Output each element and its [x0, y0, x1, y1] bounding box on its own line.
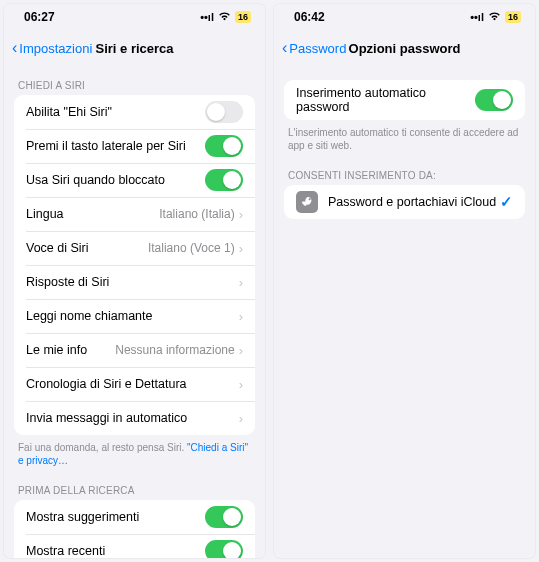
back-button[interactable]: ‹ Impostazioni: [12, 40, 92, 56]
chevron-right-icon: ›: [239, 207, 243, 222]
row-ask-5[interactable]: Risposte di Siri›: [14, 265, 255, 299]
toggle[interactable]: [205, 135, 243, 157]
row-autofill-toggle[interactable]: Inserimento automatico password: [284, 80, 525, 120]
wifi-icon: [488, 11, 501, 23]
toggle[interactable]: [205, 101, 243, 123]
row-value: Italiano (Voce 1): [148, 241, 235, 255]
section-header-before-search: PRIMA DELLA RICERCA: [4, 471, 265, 500]
row-label: Premi il tasto laterale per Siri: [26, 139, 205, 153]
row-label: Password e portachiavi iCloud: [328, 195, 500, 209]
row-value: Nessuna informazione: [115, 343, 234, 357]
phone-password-options: 06:42 ••ıl 16 ‹ Password Opzioni passwor…: [274, 4, 535, 558]
row-label: Lingua: [26, 207, 159, 221]
row-ask-1[interactable]: Premi il tasto laterale per Siri: [14, 129, 255, 163]
chevron-right-icon: ›: [239, 309, 243, 324]
row-label: Usa Siri quando bloccato: [26, 173, 205, 187]
toggle[interactable]: [205, 169, 243, 191]
row-ask-9[interactable]: Invia messaggi in automatico›: [14, 401, 255, 435]
row-ask-7[interactable]: Le mie infoNessuna informazione›: [14, 333, 255, 367]
chevron-left-icon: ‹: [12, 40, 17, 56]
row-value: Italiano (Italia): [159, 207, 234, 221]
row-before-1[interactable]: Mostra recenti: [14, 534, 255, 558]
footer-autofill: L'inserimento automatico ti consente di …: [274, 120, 535, 156]
row-ask-4[interactable]: Voce di SiriItaliano (Voce 1)›: [14, 231, 255, 265]
scroll-content[interactable]: CHIEDI A SIRI Abilita "Ehi Siri"Premi il…: [4, 66, 265, 558]
chevron-right-icon: ›: [239, 343, 243, 358]
chevron-right-icon: ›: [239, 377, 243, 392]
chevron-right-icon: ›: [239, 275, 243, 290]
group-before-search: Mostra suggerimentiMostra recenti: [14, 500, 255, 558]
row-ask-2[interactable]: Usa Siri quando bloccato: [14, 163, 255, 197]
nav-bar: ‹ Password Opzioni password: [274, 30, 535, 66]
row-label: Mostra recenti: [26, 544, 205, 558]
autofill-toggle[interactable]: [475, 89, 513, 111]
scroll-content[interactable]: Inserimento automatico password L'inseri…: [274, 66, 535, 558]
row-label: Voce di Siri: [26, 241, 148, 255]
status-indicators: ••ıl 16: [200, 11, 251, 23]
back-label: Impostazioni: [19, 41, 92, 56]
chevron-right-icon: ›: [239, 241, 243, 256]
chevron-right-icon: ›: [239, 411, 243, 426]
row-label: Mostra suggerimenti: [26, 510, 205, 524]
toggle[interactable]: [205, 506, 243, 528]
key-icon: [296, 191, 318, 213]
row-before-0[interactable]: Mostra suggerimenti: [14, 500, 255, 534]
row-label: Inserimento automatico password: [296, 86, 475, 114]
section-header-ask-siri: CHIEDI A SIRI: [4, 66, 265, 95]
row-ask-8[interactable]: Cronologia di Siri e Dettatura›: [14, 367, 255, 401]
row-label: Cronologia di Siri e Dettatura: [26, 377, 239, 391]
toggle[interactable]: [205, 540, 243, 558]
group-ask-siri: Abilita "Ehi Siri"Premi il tasto lateral…: [14, 95, 255, 435]
section-header-allow-from: CONSENTI INSERIMENTO DA:: [274, 156, 535, 185]
status-indicators: ••ıl 16: [470, 11, 521, 23]
status-bar: 06:42 ••ıl 16: [274, 4, 535, 30]
nav-bar: ‹ Impostazioni Siri e ricerca: [4, 30, 265, 66]
status-time: 06:27: [24, 10, 55, 24]
signal-icon: ••ıl: [470, 11, 484, 23]
back-button[interactable]: ‹ Password: [282, 40, 346, 56]
check-icon: ✓: [500, 193, 513, 211]
footer-ask-siri: Fai una domanda, al resto pensa Siri. "C…: [4, 435, 265, 471]
battery-indicator: 16: [505, 11, 521, 23]
status-time: 06:42: [294, 10, 325, 24]
group-providers: Password e portachiavi iCloud ✓: [284, 185, 525, 219]
row-ask-6[interactable]: Leggi nome chiamante›: [14, 299, 255, 333]
row-label: Risposte di Siri: [26, 275, 239, 289]
row-label: Le mie info: [26, 343, 115, 357]
row-label: Invia messaggi in automatico: [26, 411, 239, 425]
status-bar: 06:27 ••ıl 16: [4, 4, 265, 30]
row-label: Leggi nome chiamante: [26, 309, 239, 323]
row-provider-icloud[interactable]: Password e portachiavi iCloud ✓: [284, 185, 525, 219]
wifi-icon: [218, 11, 231, 23]
chevron-left-icon: ‹: [282, 40, 287, 56]
back-label: Password: [289, 41, 346, 56]
row-ask-0[interactable]: Abilita "Ehi Siri": [14, 95, 255, 129]
battery-indicator: 16: [235, 11, 251, 23]
group-autofill: Inserimento automatico password: [284, 80, 525, 120]
row-label: Abilita "Ehi Siri": [26, 105, 205, 119]
signal-icon: ••ıl: [200, 11, 214, 23]
phone-siri-settings: 06:27 ••ıl 16 ‹ Impostazioni Siri e rice…: [4, 4, 265, 558]
row-ask-3[interactable]: LinguaItaliano (Italia)›: [14, 197, 255, 231]
